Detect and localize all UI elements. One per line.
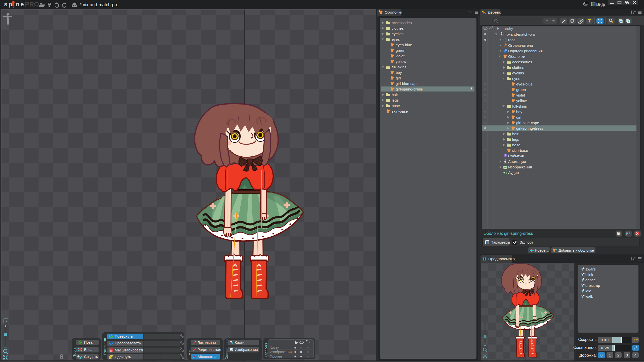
svg-text:ne: ne	[16, 1, 25, 8]
svg-text:Кости: Кости	[270, 345, 279, 349]
svg-text:PRO: PRO	[25, 1, 39, 8]
svg-text:sp: sp	[4, 1, 13, 8]
svg-text:Вид: Вид	[596, 2, 604, 7]
svg-text:Изображения: Изображения	[270, 350, 293, 354]
svg-text:Прочее: Прочее	[270, 354, 282, 358]
svg-text:*mix-and-match-pro: *mix-and-match-pro	[80, 2, 118, 7]
